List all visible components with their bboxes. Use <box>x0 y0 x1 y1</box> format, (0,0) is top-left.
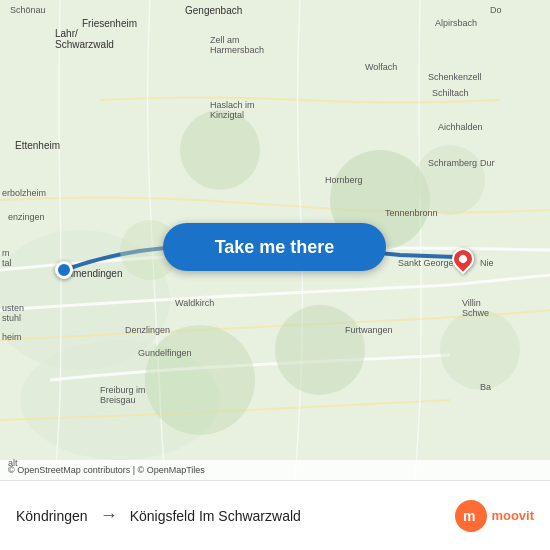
destination-label: Königsfeld Im Schwarzwald <box>130 508 456 524</box>
moovit-logo-icon: m <box>455 500 487 532</box>
moovit-logo: m moovit <box>455 500 534 532</box>
take-me-there-button[interactable]: Take me there <box>163 223 386 271</box>
svg-point-8 <box>145 325 255 435</box>
attribution-text: © OpenStreetMap contributors | © OpenMap… <box>8 465 205 475</box>
svg-point-3 <box>180 110 260 190</box>
origin-marker <box>55 261 73 279</box>
map-container: Friesenheim Schönau Lahr/Schwarzwald Gen… <box>0 0 550 480</box>
svg-point-5 <box>275 305 365 395</box>
destination-marker <box>452 248 474 270</box>
bottom-bar: Köndringen → Königsfeld Im Schwarzwald m… <box>0 480 550 550</box>
map-attribution: © OpenStreetMap contributors | © OpenMap… <box>0 460 550 480</box>
moovit-logo-text: moovit <box>491 508 534 523</box>
svg-text:m: m <box>463 508 475 524</box>
svg-point-6 <box>415 145 485 215</box>
origin-label: Köndringen <box>16 508 88 524</box>
arrow-icon: → <box>100 505 118 526</box>
svg-point-9 <box>440 310 520 390</box>
